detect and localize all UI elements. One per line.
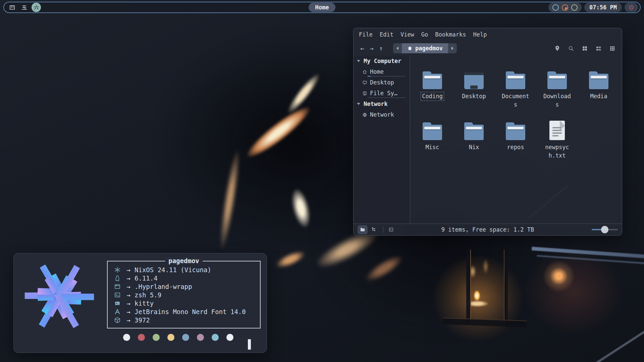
file-item-downloads[interactable]: Downloads xyxy=(536,64,578,115)
workspace-4[interactable] xyxy=(7,3,17,12)
list-view-button[interactable] xyxy=(594,44,603,53)
expander-triangle-icon[interactable] xyxy=(357,103,360,105)
home-icon xyxy=(407,46,413,51)
wallpaper-candle-flame xyxy=(474,290,480,301)
sidebar-item-label: Desktop xyxy=(370,79,394,86)
file-label: Media xyxy=(589,92,608,101)
file-item-coding[interactable]: Coding xyxy=(412,64,453,115)
tray-indicator-fill xyxy=(565,7,567,10)
wm-value: .Hyprland-wrapp xyxy=(135,283,192,290)
file-item-misc[interactable]: Misc xyxy=(412,115,453,166)
hide-side-pane-button[interactable] xyxy=(386,225,396,234)
terminal-cursor xyxy=(248,339,251,350)
menu-file[interactable]: File xyxy=(359,31,373,38)
sidebar-section-network[interactable]: Network xyxy=(354,99,410,109)
palette-dot xyxy=(182,334,189,341)
file-item-documents[interactable]: Documents xyxy=(495,64,536,115)
sidebar-item-file-system[interactable]: File Sy… xyxy=(354,88,410,99)
sidebar-section-my-computer[interactable]: My Computer xyxy=(354,56,410,66)
path-scroll-right-button[interactable] xyxy=(448,43,457,53)
directory-tree-pane-button[interactable] xyxy=(369,225,379,234)
clock[interactable]: 07:56 PM xyxy=(584,3,622,12)
menu-edit[interactable]: Edit xyxy=(380,31,393,38)
wallpaper-lantern-post xyxy=(504,250,508,325)
chevron-right-icon xyxy=(451,47,453,50)
terminal-value: kitty xyxy=(135,300,154,307)
wallpaper-chin-highlight xyxy=(273,247,308,272)
wallpaper-lamp-glow xyxy=(543,260,575,292)
palette-dot xyxy=(123,334,130,341)
terminal-window: pagedmov → NixOS 24.11 (Vicuna) → 6.11.4 xyxy=(13,253,267,353)
expander-triangle-icon[interactable] xyxy=(357,60,360,62)
path-segment-label: pagedmov xyxy=(415,45,443,52)
sidebar-item-desktop[interactable]: Desktop xyxy=(354,77,410,88)
menu-bookmarks[interactable]: Bookmarks xyxy=(435,31,466,38)
file-label: Coding xyxy=(421,92,444,101)
palette-dot xyxy=(226,334,233,341)
search-button[interactable] xyxy=(567,44,575,53)
slider-knob[interactable] xyxy=(601,226,608,233)
places-pane-button[interactable] xyxy=(358,225,368,234)
up-button[interactable]: ↑ xyxy=(376,44,386,53)
palette-dot xyxy=(197,334,204,341)
file-item-nix[interactable]: Nix xyxy=(453,115,495,166)
file-label: Nix xyxy=(468,143,481,152)
os-value: NixOS 24.11 (Vicuna) xyxy=(135,266,211,274)
system-tray xyxy=(548,3,582,12)
font-value: JetBrains Mono Nerd Font 14.0 xyxy=(135,308,246,315)
location-button[interactable] xyxy=(553,44,561,53)
package-cube-icon xyxy=(114,317,121,323)
file-item-media[interactable]: Media xyxy=(578,64,620,115)
compact-view-button[interactable] xyxy=(608,44,616,53)
file-manager-body: My Computer Home Desktop File Sy… xyxy=(354,56,622,224)
power-icon xyxy=(628,4,634,10)
wallpaper-lantern-post xyxy=(466,250,471,323)
path-scroll-left-button[interactable] xyxy=(393,43,402,53)
arrow-glyph: → xyxy=(122,291,135,299)
file-label: Misc xyxy=(424,143,441,152)
tray-indicator-icon[interactable] xyxy=(571,4,578,11)
tray-indicator-icon[interactable] xyxy=(552,4,559,11)
menu-go[interactable]: Go xyxy=(421,31,428,38)
icon-view-button[interactable] xyxy=(580,44,589,53)
file-item-desktop[interactable]: Desktop xyxy=(453,64,495,115)
list-view-icon xyxy=(595,45,602,52)
toolbar: ← → ↑ pagedmov xyxy=(354,41,622,56)
folder-icon xyxy=(423,125,442,140)
workspace-6-active[interactable] xyxy=(32,3,41,12)
forward-button[interactable]: → xyxy=(367,44,376,53)
filesystem-drive-icon xyxy=(362,91,367,96)
folder-icon xyxy=(506,125,525,140)
fastfetch-lines: → NixOS 24.11 (Vicuna) → 6.11.4 → .Hyprl… xyxy=(108,261,260,324)
wallpaper-beam xyxy=(596,322,644,362)
workspace-5[interactable] xyxy=(19,3,29,12)
fetch-line-kernel: → 6.11.4 xyxy=(112,274,257,282)
menu-view[interactable]: View xyxy=(400,31,414,38)
file-item-repos[interactable]: repos xyxy=(495,115,536,166)
workspace-switcher xyxy=(7,3,41,12)
focused-window-title[interactable]: Home xyxy=(309,3,336,12)
terminal-color-palette xyxy=(123,334,233,341)
icon-zoom-slider[interactable] xyxy=(592,226,618,233)
arrow-glyph: → xyxy=(122,275,135,282)
menu-help[interactable]: Help xyxy=(473,31,487,38)
file-manager-window: File Edit View Go Bookmarks Help ← → ↑ p… xyxy=(353,28,622,236)
file-label: repos xyxy=(505,143,525,152)
tray-indicator-icon[interactable] xyxy=(562,4,568,11)
shell-value: zsh 5.9 xyxy=(135,291,161,299)
file-label: Downloads xyxy=(540,92,574,109)
desktop: Home 07:56 PM File Edit View Go Bookmar xyxy=(0,0,644,362)
sidebar-item-home[interactable]: Home xyxy=(354,66,410,77)
folder-icon xyxy=(464,125,484,140)
palette-dot xyxy=(167,334,174,341)
fetch-line-font: → JetBrains Mono Nerd Font 14.0 xyxy=(112,307,257,316)
path-segment-home[interactable]: pagedmov xyxy=(402,43,448,53)
back-button[interactable]: ← xyxy=(358,44,367,53)
file-label: Desktop xyxy=(461,92,487,101)
folder-icon xyxy=(547,74,567,89)
file-item-newpsych-txt[interactable]: newpsych.txt xyxy=(536,115,578,166)
folder-icon xyxy=(589,74,608,89)
fetch-line-wm: → .Hyprland-wrapp xyxy=(112,282,257,291)
power-button[interactable] xyxy=(625,3,638,12)
sidebar-item-network[interactable]: Network xyxy=(354,109,410,120)
